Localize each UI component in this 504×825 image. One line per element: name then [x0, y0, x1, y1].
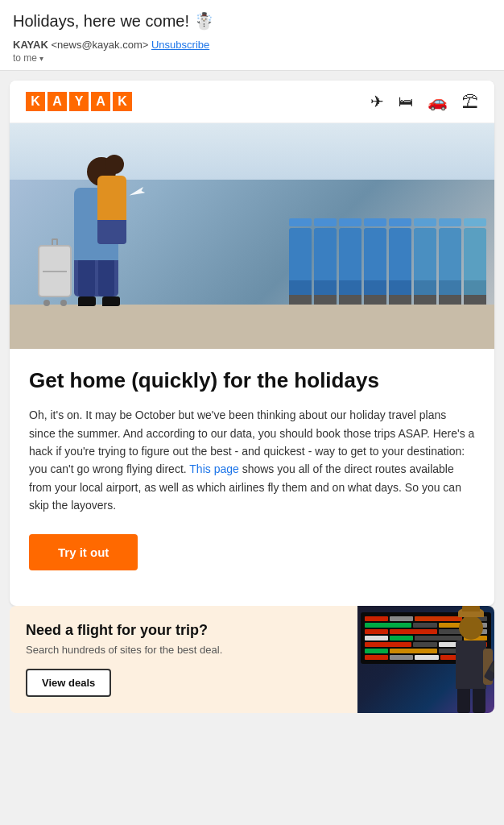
logo-letter-k1: K	[26, 92, 45, 111]
logo-letter-a2: A	[91, 92, 110, 111]
child-figure	[102, 155, 126, 244]
seat-unit	[314, 218, 337, 305]
promo-image	[357, 606, 494, 714]
promo-person-figure	[456, 616, 486, 713]
this-page-link[interactable]: This page	[189, 462, 238, 475]
to-label: to me	[13, 52, 37, 64]
email-subject: Holidays, here we come! ☃️	[13, 11, 491, 31]
car-icon[interactable]: 🚗	[428, 92, 448, 111]
luggage	[38, 238, 72, 306]
main-heading: Get home (quickly) for the holidays	[29, 368, 475, 393]
email-header: Holidays, here we come! ☃️ KAYAK <news@k…	[0, 0, 504, 71]
sender-name: KAYAK	[13, 39, 48, 51]
logo-letter-k2: K	[113, 92, 132, 111]
view-deals-button[interactable]: View deals	[26, 669, 111, 697]
email-to-line: to me ▾	[13, 52, 491, 64]
hotel-icon[interactable]: 🛏	[399, 93, 413, 110]
promo-title: Need a flight for your trip?	[26, 622, 345, 640]
logo-letter-a1: A	[48, 92, 67, 111]
sender-email: news@kayak.com	[57, 39, 143, 51]
seat-unit	[389, 218, 411, 305]
body-text: Oh, it's on. It may be October but we've…	[29, 406, 475, 514]
email-body-card: K A Y A K ✈ 🛏 🚗 ⛱	[10, 81, 494, 606]
paper-airplane	[129, 189, 145, 196]
email-main-content: Get home (quickly) for the holidays Oh, …	[10, 349, 494, 606]
chevron-down-icon[interactable]: ▾	[39, 54, 43, 63]
seat-unit	[464, 218, 486, 305]
logo-letter-y: Y	[69, 92, 89, 111]
seat-unit	[439, 218, 461, 305]
promo-subtitle: Search hundreds of sites for the best de…	[26, 644, 345, 656]
flight-icon[interactable]: ✈	[370, 92, 384, 111]
nav-icons-group: ✈ 🛏 🚗 ⛱	[370, 92, 478, 111]
unsubscribe-link[interactable]: Unsubscribe	[151, 39, 209, 51]
floor-area	[10, 305, 494, 349]
seat-unit	[414, 218, 436, 305]
promo-text-area: Need a flight for your trip? Search hund…	[10, 606, 357, 714]
promo-card: Need a flight for your trip? Search hund…	[10, 606, 494, 714]
snowman-emoji: ☃️	[194, 11, 214, 31]
try-it-out-button[interactable]: Try it out	[29, 534, 138, 570]
beach-icon[interactable]: ⛱	[462, 93, 478, 111]
kayak-email-header: K A Y A K ✈ 🛏 🚗 ⛱	[10, 81, 494, 123]
hero-scene	[10, 123, 494, 349]
email-sender-line: KAYAK <news@kayak.com> Unsubscribe	[13, 39, 491, 51]
airport-seats	[289, 168, 486, 305]
kayak-logo: K A Y A K	[26, 92, 132, 111]
seat-unit	[364, 218, 386, 305]
subject-text: Holidays, here we come!	[13, 12, 189, 31]
seat-unit	[339, 218, 361, 305]
seat-unit	[289, 218, 312, 305]
hero-image	[10, 123, 494, 349]
